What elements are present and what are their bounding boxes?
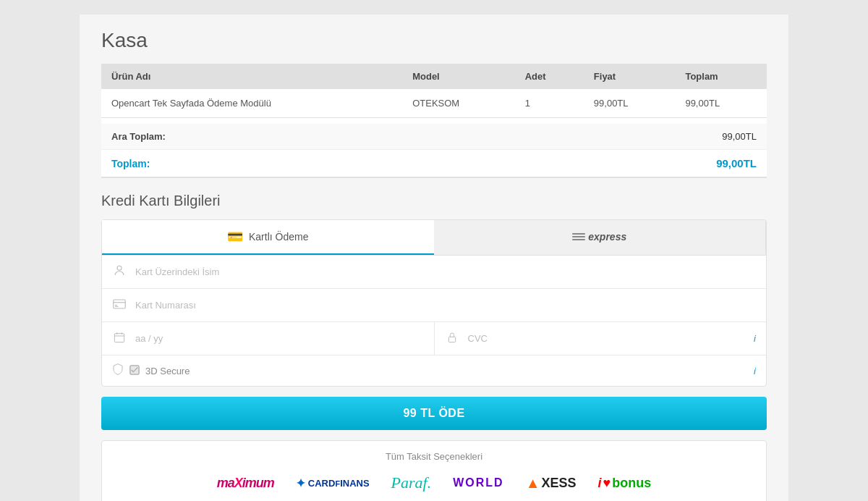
total-label: Toplam: [111,158,150,169]
axess-arrow-icon: ▲ [526,475,540,492]
express-icon: express [572,231,626,243]
secure-label: 3D Secure [145,366,748,376]
col-total: Toplam [675,64,767,89]
payment-card: 💳 Kartlı Ödeme express [101,219,767,387]
installment-box: Tüm Taksit Seçenekleri maXimum ✦ CARDFIN… [101,440,767,501]
pay-button[interactable]: 99 TL ÖDE [101,397,767,430]
payment-form: i 3D Secure i [102,256,766,386]
shield-icon [112,363,124,379]
payment-tabs: 💳 Kartlı Ödeme express [102,220,766,256]
card-logos: maXimum ✦ CARDFINANS Paraf. WORLD ▲ XESS [116,473,752,492]
table-row: Opencart Tek Sayfada Ödeme Modülü OTEKSO… [101,89,767,118]
product-model: OTEKSOM [402,89,515,118]
product-quantity: 1 [515,89,584,118]
col-product-name: Ürün Adı [101,64,402,89]
axess-text: XESS [541,476,576,491]
installment-title: Tüm Taksit Seçenekleri [116,451,752,462]
cardnumber-row [102,289,766,322]
tab-kartli[interactable]: 💳 Kartlı Ödeme [102,220,434,255]
bonus-logo: i ♥ bonus [597,476,651,491]
cvc-input[interactable] [468,324,754,353]
subtotal-row: Ara Toplam: 99,00TL [101,124,767,150]
paraf-logo: Paraf. [391,473,432,492]
cvc-info-icon[interactable]: i [754,333,756,344]
product-total: 99,00TL [675,89,767,118]
calendar-icon [112,332,127,346]
person-icon [112,264,127,280]
cardholder-row [102,256,766,289]
product-price: 99,00TL [584,89,676,118]
lock-icon [445,332,459,346]
checkbox-icon [129,365,140,377]
bonus-text: bonus [612,476,651,491]
secure-info-icon[interactable]: i [754,366,756,376]
svg-rect-1 [114,300,126,308]
expiry-cvc-row: i [102,322,766,355]
subtotal-value: 99,00TL [722,131,757,142]
subtotal-label: Ara Toplam: [111,131,166,142]
cardfinans-logo: ✦ CARDFINANS [296,476,370,490]
secure-row: 3D Secure i [102,355,766,386]
cardfinans-star-icon: ✦ [296,476,305,490]
payment-section-title: Kredi Kartı Bilgileri [101,193,767,209]
maximum-logo: maXimum [217,476,274,491]
express-label: express [588,231,626,243]
main-container: Kasa Ürün Adı Model Adet Fiyat Toplam Op… [80,14,788,501]
order-table: Ürün Adı Model Adet Fiyat Toplam Opencar… [101,64,767,118]
cardnumber-input[interactable] [135,291,756,319]
bonus-i-icon: i [597,476,601,491]
svg-point-0 [117,266,122,270]
svg-rect-5 [114,333,124,342]
order-summary: Ürün Adı Model Adet Fiyat Toplam Opencar… [101,64,767,178]
page-title: Kasa [101,29,767,52]
cardfinans-text: CARDFINANS [308,478,370,489]
bonus-heart-icon: ♥ [603,476,611,491]
kartli-card-icon: 💳 [227,229,243,245]
expiry-input[interactable] [135,324,424,353]
world-logo: WORLD [453,476,503,489]
expiry-field [102,322,435,355]
axess-logo: ▲ XESS [526,475,576,492]
tab-express[interactable]: express [434,220,767,255]
total-row: Toplam: 99,00TL [101,150,767,178]
svg-rect-9 [448,337,455,342]
col-model: Model [402,64,515,89]
col-price: Fiyat [584,64,676,89]
product-name: Opencart Tek Sayfada Ödeme Modülü [101,89,402,118]
card-icon [112,299,127,312]
cvc-field: i [435,322,767,355]
express-lines-icon [572,233,585,240]
total-value: 99,00TL [716,157,757,169]
cardholder-input[interactable] [135,258,756,286]
tab-kartli-label: Kartlı Ödeme [249,231,308,243]
col-quantity: Adet [515,64,584,89]
